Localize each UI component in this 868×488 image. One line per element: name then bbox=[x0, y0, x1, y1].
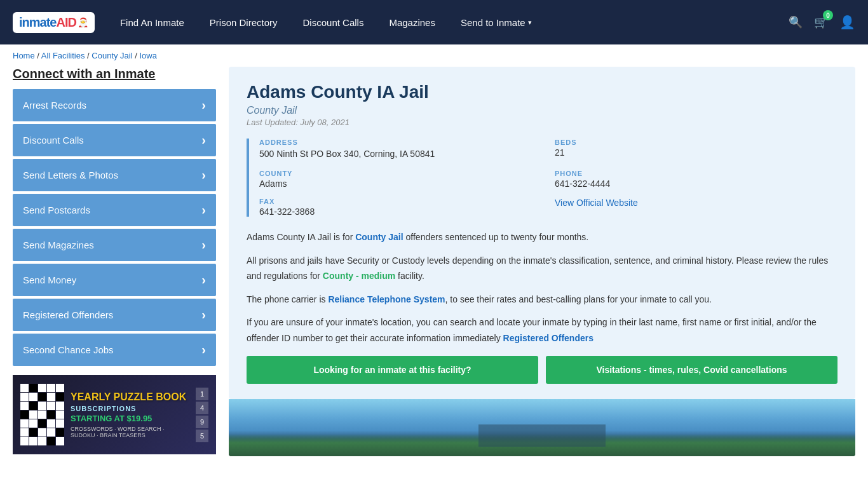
ad-title: YEARLY PUZZLE BOOK bbox=[71, 391, 189, 403]
visitations-button[interactable]: Visitations - times, rules, Covid cancel… bbox=[546, 356, 837, 384]
nav-icons: 🔍 🛒0 👤 bbox=[789, 15, 855, 30]
sidebar-item-registered-offenders[interactable]: Registered Offenders › bbox=[13, 299, 216, 331]
chevron-right-icon: › bbox=[201, 273, 206, 287]
desc-paragraph-3: The phone carrier is Reliance Telephone … bbox=[247, 292, 837, 308]
cart-badge: 0 bbox=[823, 10, 833, 20]
chevron-right-icon: › bbox=[201, 342, 206, 357]
navbar: inmateAID 🎅 Find An Inmate Prison Direct… bbox=[0, 0, 868, 44]
desc3-text: The phone carrier is bbox=[247, 294, 328, 304]
facility-image bbox=[229, 399, 855, 456]
sidebar-item-label: Send Postcards bbox=[23, 205, 90, 215]
breadcrumb-all-facilities[interactable]: All Facilities bbox=[41, 51, 85, 60]
registered-offenders-link[interactable]: Registered Offenders bbox=[503, 333, 593, 343]
nav-send-to-inmate[interactable]: Send to Inmate▾ bbox=[448, 17, 545, 28]
breadcrumb-county-jail[interactable]: County Jail bbox=[92, 51, 132, 60]
info-address: ADDRESS 500 Ninth St PO Box 340, Corning… bbox=[259, 139, 542, 161]
facility-type: County Jail bbox=[247, 105, 837, 116]
info-fax: FAX 641-322-3868 bbox=[259, 198, 542, 217]
content: Adams County IA Jail County Jail Last Up… bbox=[229, 67, 855, 456]
breadcrumb-home[interactable]: Home bbox=[13, 51, 35, 60]
nav-discount-calls[interactable]: Discount Calls bbox=[290, 17, 377, 28]
beds-label: BEDS bbox=[555, 139, 837, 146]
county-label: COUNTY bbox=[259, 170, 542, 177]
user-icon[interactable]: 👤 bbox=[839, 15, 855, 30]
logo-container[interactable]: inmateAID 🎅 bbox=[13, 12, 95, 33]
info-phone: PHONE 641-322-4444 bbox=[555, 170, 837, 189]
sidebar-item-second-chance-jobs[interactable]: Second Chance Jobs › bbox=[13, 334, 216, 366]
sidebar-item-discount-calls[interactable]: Discount Calls › bbox=[13, 124, 216, 156]
chevron-right-icon: › bbox=[201, 238, 206, 252]
desc3-rest: , to see their rates and best-calling pl… bbox=[445, 294, 712, 304]
nav-prison-directory[interactable]: Prison Directory bbox=[197, 17, 290, 28]
fax-value: 641-322-3868 bbox=[259, 207, 542, 217]
address-value: 500 Ninth St PO Box 340, Corning, IA 508… bbox=[259, 147, 542, 161]
county-medium-link[interactable]: County - medium bbox=[323, 271, 395, 281]
phone-carrier-link[interactable]: Reliance Telephone System bbox=[328, 294, 445, 304]
desc-paragraph-1: Adams County IA Jail is for County Jail … bbox=[247, 229, 837, 245]
info-website: View Official Website bbox=[555, 198, 837, 217]
facility-info-grid: ADDRESS 500 Ninth St PO Box 340, Corning… bbox=[247, 139, 837, 217]
sidebar-item-send-magazines[interactable]: Send Magazines › bbox=[13, 229, 216, 261]
breadcrumb: Home / All Facilities / County Jail / Io… bbox=[0, 44, 868, 67]
desc-paragraph-4: If you are unsure of your inmate's locat… bbox=[247, 315, 837, 346]
ad-text: YEARLY PUZZLE BOOK SUBSCRIPTIONS STARTIN… bbox=[71, 391, 189, 438]
desc-paragraph-2: All prisons and jails have Security or C… bbox=[247, 253, 837, 284]
sidebar-item-send-letters[interactable]: Send Letters & Photos › bbox=[13, 159, 216, 191]
chevron-right-icon: › bbox=[201, 98, 206, 112]
search-icon[interactable]: 🔍 bbox=[789, 15, 803, 29]
phone-value: 641-322-4444 bbox=[555, 179, 837, 189]
facility-updated: Last Updated: July 08, 2021 bbox=[247, 118, 837, 127]
nav-magazines[interactable]: Magazines bbox=[376, 17, 448, 28]
logo-santa-icon: 🎅 bbox=[78, 17, 88, 27]
ad-numbers: 1 4 9 5 bbox=[196, 388, 208, 442]
phone-label: PHONE bbox=[555, 170, 837, 177]
facility-description: Adams County IA Jail is for County Jail … bbox=[247, 229, 837, 346]
sidebar-item-label: Registered Offenders bbox=[23, 309, 113, 320]
dropdown-arrow-icon: ▾ bbox=[528, 18, 532, 27]
facility-buttons: Looking for an inmate at this facility? … bbox=[247, 356, 837, 384]
facility-card: Adams County IA Jail County Jail Last Up… bbox=[229, 67, 855, 399]
beds-value: 21 bbox=[555, 147, 837, 158]
breadcrumb-iowa[interactable]: Iowa bbox=[139, 51, 156, 60]
sidebar-item-send-money[interactable]: Send Money › bbox=[13, 264, 216, 296]
sidebar-item-label: Arrest Records bbox=[23, 100, 86, 111]
chevron-right-icon: › bbox=[201, 308, 206, 322]
desc1-rest: offenders sentenced up to twenty four mo… bbox=[403, 232, 589, 242]
ad-content: YEARLY PUZZLE BOOK SUBSCRIPTIONS STARTIN… bbox=[13, 375, 216, 454]
county-jail-link[interactable]: County Jail bbox=[355, 232, 403, 242]
cart-icon[interactable]: 🛒0 bbox=[814, 15, 828, 29]
sidebar-item-label: Send Money bbox=[23, 274, 76, 285]
ad-subtitle: SUBSCRIPTIONS bbox=[71, 405, 189, 412]
looking-for-inmate-button[interactable]: Looking for an inmate at this facility? bbox=[247, 356, 538, 384]
building-silhouette bbox=[478, 424, 606, 447]
ad-bottom-text: CROSSWORDS · WORD SEARCH · SUDOKU · BRAI… bbox=[71, 426, 189, 438]
nav-links: Find An Inmate Prison Directory Discount… bbox=[107, 17, 785, 28]
county-value: Adams bbox=[259, 179, 542, 189]
logo-text: inmateAID bbox=[19, 15, 76, 30]
sidebar-title: Connect with an Inmate bbox=[13, 67, 216, 81]
fax-label: FAX bbox=[259, 198, 542, 205]
crossword-grid bbox=[20, 384, 64, 445]
sidebar-item-label: Second Chance Jobs bbox=[23, 344, 114, 355]
nav-find-inmate[interactable]: Find An Inmate bbox=[107, 17, 197, 28]
website-link[interactable]: View Official Website bbox=[555, 198, 638, 208]
sidebar-item-label: Discount Calls bbox=[23, 135, 84, 146]
chevron-right-icon: › bbox=[201, 203, 206, 217]
desc2-rest: facility. bbox=[395, 271, 424, 281]
desc1-text: Adams County IA Jail is for bbox=[247, 232, 355, 242]
info-beds: BEDS 21 bbox=[555, 139, 837, 161]
sidebar-ad[interactable]: YEARLY PUZZLE BOOK SUBSCRIPTIONS STARTIN… bbox=[13, 375, 216, 454]
address-label: ADDRESS bbox=[259, 139, 542, 146]
facility-name: Adams County IA Jail bbox=[247, 82, 837, 102]
info-county: COUNTY Adams bbox=[259, 170, 542, 189]
sidebar-item-label: Send Magazines bbox=[23, 240, 94, 250]
main-container: Connect with an Inmate Arrest Records › … bbox=[0, 67, 868, 469]
chevron-right-icon: › bbox=[201, 168, 206, 182]
sidebar-item-arrest-records[interactable]: Arrest Records › bbox=[13, 89, 216, 121]
sidebar-item-send-postcards[interactable]: Send Postcards › bbox=[13, 194, 216, 226]
sidebar: Connect with an Inmate Arrest Records › … bbox=[13, 67, 216, 456]
ad-price: STARTING AT $19.95 bbox=[71, 414, 189, 423]
sidebar-item-label: Send Letters & Photos bbox=[23, 170, 118, 180]
chevron-right-icon: › bbox=[201, 133, 206, 147]
